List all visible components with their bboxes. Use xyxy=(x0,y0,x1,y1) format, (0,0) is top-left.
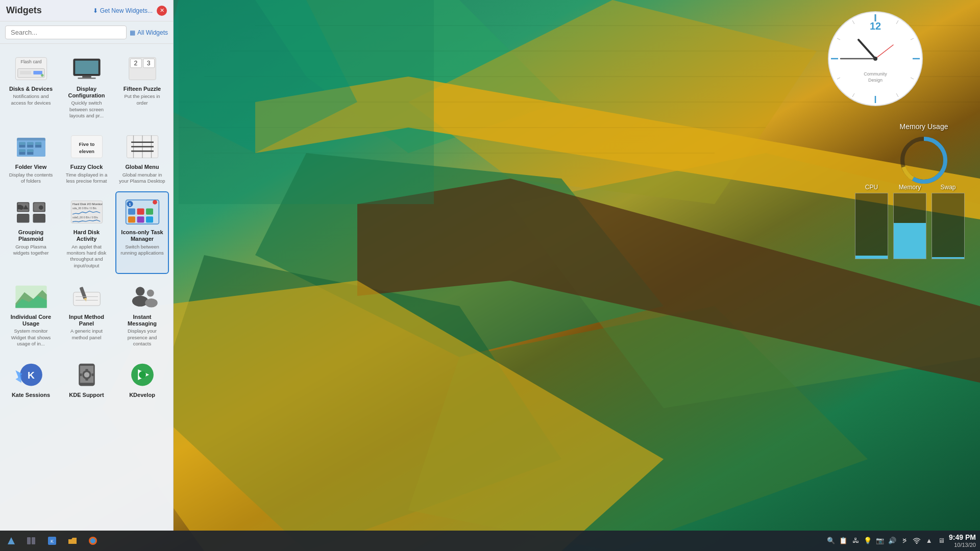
widget-kdevelop[interactable]: KDevelop xyxy=(115,354,169,405)
svg-rect-42 xyxy=(19,149,25,152)
panel-header: Widgets ⬇ Get New Widgets... ✕ xyxy=(0,0,173,21)
widgets-grid: Flash card Disks & Devices Notifications… xyxy=(0,44,173,531)
widget-global-menu[interactable]: Global Menu Global menubar in your Plasm… xyxy=(115,126,169,189)
widget-display-config[interactable]: Display Configuration Quickly switch bet… xyxy=(60,48,113,124)
svg-rect-38 xyxy=(27,142,33,145)
svg-point-87 xyxy=(135,287,144,296)
svg-point-90 xyxy=(145,298,158,308)
kde-support-icon xyxy=(66,359,107,390)
svg-text:Five to: Five to xyxy=(79,141,94,147)
svg-rect-63 xyxy=(17,214,30,223)
widget-messaging-name: Instant Messaging xyxy=(118,314,166,327)
widget-disks-desc: Notifications and access for devices xyxy=(7,93,55,106)
swap-monitor-col: Swap xyxy=(932,184,965,259)
core-usage-icon xyxy=(11,281,52,312)
widget-input-method[interactable]: Input Method Panel A generic input metho… xyxy=(60,276,113,352)
svg-rect-100 xyxy=(85,379,88,381)
clock-date-display: 10/13/20 xyxy=(949,542,976,548)
widget-display-desc: Quickly switch between screen layouts an… xyxy=(63,100,110,119)
widget-grouping[interactable]: Grouping Plasmoid Group Plasma widgets t… xyxy=(4,191,58,274)
filter-icon: ▦ xyxy=(130,29,135,36)
volume-sys-icon[interactable]: 🔊 xyxy=(888,536,897,545)
download-icon: ⬇ xyxy=(93,7,98,14)
bluetooth-sys-icon[interactable] xyxy=(900,536,909,545)
cpu-bar-container xyxy=(855,193,888,259)
widget-task-manager[interactable]: 1 Icons-only Task Manager Switch between… xyxy=(115,191,169,274)
taskbar-files-button[interactable] xyxy=(63,533,82,549)
svg-rect-36 xyxy=(19,142,25,145)
memory-monitor-col: Memory xyxy=(893,184,926,259)
memory-ring xyxy=(898,135,949,186)
widget-folder-view[interactable]: Folder View Display the contents of fold… xyxy=(4,126,58,189)
svg-text:12: 12 xyxy=(870,20,881,32)
global-menu-icon xyxy=(122,131,163,162)
widget-kde-support[interactable]: KDE Support xyxy=(60,354,113,405)
fuzzy-clock-icon: Five to eleven xyxy=(66,131,107,162)
widget-grouping-name: Grouping Plasmoid xyxy=(7,229,55,242)
widget-hard-disk[interactable]: Hard Disk I/O Monitor sda_00 0 B/s / 0 B… xyxy=(60,191,113,274)
svg-text:K: K xyxy=(28,369,35,380)
puzzle-icon: 2 3 xyxy=(122,53,163,84)
taskbar-firefox-button[interactable] xyxy=(84,533,102,549)
clipboard-sys-icon[interactable]: 📋 xyxy=(839,536,848,545)
widget-kde-support-name: KDE Support xyxy=(69,392,104,398)
svg-rect-82 xyxy=(73,292,100,305)
widget-hdd-name: Hard Disk Activity xyxy=(63,229,110,242)
widget-fuzzy-name: Fuzzy Clock xyxy=(70,164,103,170)
svg-marker-143 xyxy=(68,538,77,544)
clock-time-display: 9:49 PM xyxy=(949,533,976,542)
taskbar-menu-button[interactable] xyxy=(2,533,20,549)
svg-text:eleven: eleven xyxy=(79,148,94,154)
widget-grouping-desc: Group Plasma widgets together xyxy=(7,244,55,257)
widget-disks-devices[interactable]: Flash card Disks & Devices Notifications… xyxy=(4,48,58,124)
widget-input-desc: A generic input method panel xyxy=(63,328,110,341)
panel-header-right: ⬇ Get New Widgets... ✕ xyxy=(93,6,167,16)
taskbar-pager-button[interactable] xyxy=(22,533,41,549)
grouping-icon xyxy=(11,196,52,227)
svg-text:1: 1 xyxy=(129,202,131,207)
task-manager-icon: 1 xyxy=(122,196,163,227)
svg-rect-44 xyxy=(27,149,33,152)
widget-fuzzy-clock[interactable]: Five to eleven Fuzzy Clock Time displaye… xyxy=(60,126,113,189)
all-widgets-label: All Widgets xyxy=(137,29,168,36)
svg-text:Design: Design xyxy=(868,78,883,83)
input-method-icon xyxy=(66,281,107,312)
svg-text:Hard Disk I/O Monitor: Hard Disk I/O Monitor xyxy=(72,202,103,206)
cpu-monitor-col: CPU xyxy=(855,184,888,259)
widget-core-name: Individual Core Usage xyxy=(7,314,55,327)
search-input[interactable] xyxy=(5,26,127,39)
svg-point-145 xyxy=(90,538,95,543)
widget-folder-name: Folder View xyxy=(15,164,47,170)
clock-widget: 12 Community Design xyxy=(827,10,929,112)
screenshot-sys-icon[interactable]: 📷 xyxy=(875,536,885,545)
expand-sys-icon[interactable]: ▲ xyxy=(924,536,934,545)
svg-text:2: 2 xyxy=(134,59,137,66)
widget-individual-core[interactable]: Individual Core Usage System monitor Wid… xyxy=(4,276,58,352)
taskbar-clock[interactable]: 9:49 PM 10/13/20 xyxy=(949,533,976,548)
svg-point-72 xyxy=(153,200,157,205)
search-sys-icon[interactable]: 🔍 xyxy=(826,536,836,545)
widget-display-name: Display Configuration xyxy=(63,86,110,99)
wifi-sys-icon[interactable] xyxy=(912,536,921,545)
taskbar-app1-button[interactable]: K xyxy=(43,533,61,549)
widget-instant-messaging[interactable]: Instant Messaging Displays your presence… xyxy=(115,276,169,352)
svg-rect-73 xyxy=(128,208,135,214)
svg-point-89 xyxy=(146,289,154,296)
all-widgets-button[interactable]: ▦ All Widgets xyxy=(130,29,168,36)
get-new-widgets-button[interactable]: ⬇ Get New Widgets... xyxy=(93,7,153,14)
network-sys-icon[interactable]: 🖧 xyxy=(851,536,860,545)
widget-fifteen-puzzle[interactable]: 2 3 Fifteen Puzzle Put the pieces in ord… xyxy=(115,48,169,124)
swap-bar xyxy=(932,257,964,259)
display-icon xyxy=(66,53,107,84)
svg-text:3: 3 xyxy=(146,59,150,66)
svg-rect-99 xyxy=(85,369,88,371)
svg-rect-74 xyxy=(137,208,144,214)
svg-rect-25 xyxy=(75,60,99,73)
widget-kate[interactable]: K Kate Sessions xyxy=(4,354,58,405)
svg-point-62 xyxy=(38,205,43,210)
screen-sys-icon[interactable]: 🖥 xyxy=(937,536,946,545)
widgets-panel: Widgets ⬇ Get New Widgets... ✕ ▦ All Wid… xyxy=(0,0,174,531)
bulb-sys-icon[interactable]: 💡 xyxy=(863,536,872,545)
svg-rect-40 xyxy=(35,142,41,145)
close-panel-button[interactable]: ✕ xyxy=(157,6,167,16)
